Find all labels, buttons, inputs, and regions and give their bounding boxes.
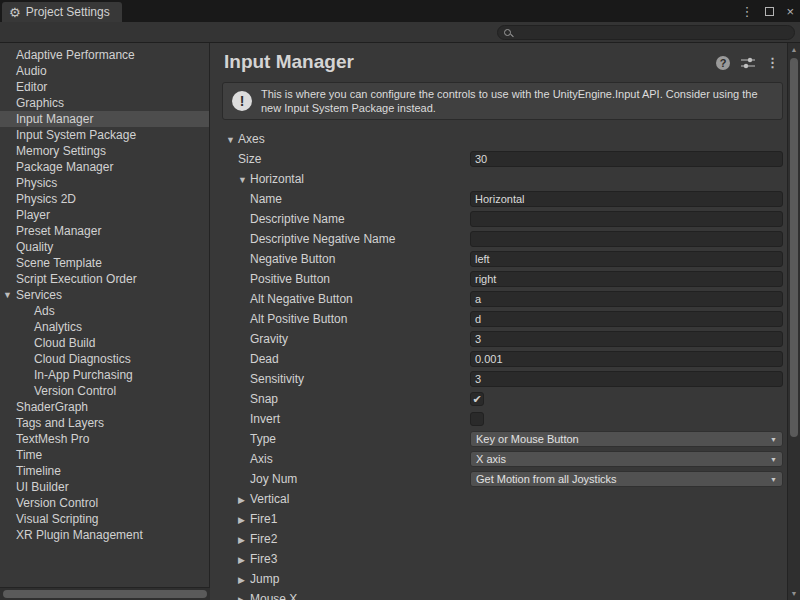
property-label[interactable]: ▼Axes bbox=[210, 132, 470, 146]
horizontal-scrollbar-thumb[interactable] bbox=[3, 590, 207, 598]
text-input-descriptive-name[interactable] bbox=[470, 211, 783, 227]
sidebar-item-in-app-purchasing[interactable]: In-App Purchasing bbox=[0, 367, 209, 383]
dropdown-arrow-icon: ▼ bbox=[770, 436, 777, 443]
property-label: Negative Button bbox=[210, 252, 470, 266]
dropdown-axis[interactable]: X axis▼ bbox=[470, 451, 783, 467]
property-row-vertical: ▶Vertical bbox=[210, 489, 787, 509]
sidebar-item-shadergraph[interactable]: ShaderGraph bbox=[0, 399, 209, 415]
presets-icon[interactable] bbox=[741, 57, 755, 69]
property-label[interactable]: ▶Vertical bbox=[210, 492, 470, 506]
text-input-alt-positive-button[interactable]: d bbox=[470, 311, 783, 327]
foldout-closed-icon[interactable]: ▶ bbox=[238, 495, 250, 505]
text-input-negative-button[interactable]: left bbox=[470, 251, 783, 267]
sidebar-item-editor[interactable]: Editor bbox=[0, 79, 209, 95]
sidebar-item-version-control[interactable]: Version Control bbox=[0, 383, 209, 399]
text-input-sensitivity[interactable]: 3 bbox=[470, 371, 783, 387]
foldout-open-icon[interactable]: ▼ bbox=[3, 287, 12, 303]
help-icon[interactable]: ? bbox=[716, 56, 730, 70]
property-label-text: Fire1 bbox=[250, 512, 277, 526]
property-label[interactable]: ▶Fire3 bbox=[210, 552, 470, 566]
maximize-icon[interactable] bbox=[765, 7, 774, 16]
property-label-text: Fire3 bbox=[250, 552, 277, 566]
sidebar-item-quality[interactable]: Quality bbox=[0, 239, 209, 255]
horizontal-scrollbar[interactable] bbox=[0, 587, 210, 600]
text-input-name[interactable]: Horizontal bbox=[470, 191, 783, 207]
foldout-closed-icon[interactable]: ▶ bbox=[238, 555, 250, 565]
sidebar-item-scene-template[interactable]: Scene Template bbox=[0, 255, 209, 271]
vertical-scrollbar[interactable]: ▲ ▼ bbox=[787, 43, 800, 600]
sidebar-item-audio[interactable]: Audio bbox=[0, 63, 209, 79]
window-menu-icon[interactable]: ⋮ bbox=[740, 5, 753, 18]
text-input-dead[interactable]: 0.001 bbox=[470, 351, 783, 367]
scroll-down-icon[interactable]: ▼ bbox=[788, 590, 800, 597]
more-menu-icon[interactable]: ⋮ bbox=[766, 55, 779, 70]
sidebar-item-script-execution-order[interactable]: Script Execution Order bbox=[0, 271, 209, 287]
foldout-closed-icon[interactable]: ▶ bbox=[238, 575, 250, 585]
property-row-fire1: ▶Fire1 bbox=[210, 509, 787, 529]
sidebar-item-label: Cloud Diagnostics bbox=[34, 352, 131, 366]
header-icons: ? ⋮ bbox=[716, 55, 779, 70]
text-input-alt-negative-button[interactable]: a bbox=[470, 291, 783, 307]
foldout-closed-icon[interactable]: ▶ bbox=[238, 595, 250, 600]
text-input-gravity[interactable]: 3 bbox=[470, 331, 783, 347]
sidebar-item-textmesh-pro[interactable]: TextMesh Pro bbox=[0, 431, 209, 447]
search-input[interactable] bbox=[516, 27, 788, 39]
sidebar-item-analytics[interactable]: Analytics bbox=[0, 319, 209, 335]
close-icon[interactable]: × bbox=[786, 5, 794, 18]
sidebar-item-time[interactable]: Time bbox=[0, 447, 209, 463]
text-input-descriptive-negative-name[interactable] bbox=[470, 231, 783, 247]
sidebar-item-memory-settings[interactable]: Memory Settings bbox=[0, 143, 209, 159]
sidebar-item-cloud-diagnostics[interactable]: Cloud Diagnostics bbox=[0, 351, 209, 367]
sidebar-item-physics[interactable]: Physics bbox=[0, 175, 209, 191]
property-label[interactable]: ▶Jump bbox=[210, 572, 470, 586]
property-label-text: Name bbox=[250, 192, 282, 206]
sidebar-item-label: Tags and Layers bbox=[16, 416, 104, 430]
sidebar-item-visual-scripting[interactable]: Visual Scripting bbox=[0, 511, 209, 527]
property-label[interactable]: ▶Fire1 bbox=[210, 512, 470, 526]
sidebar-item-input-manager[interactable]: Input Manager bbox=[0, 111, 209, 127]
search-box[interactable] bbox=[497, 25, 795, 40]
property-label[interactable]: ▼Horizontal bbox=[210, 172, 470, 186]
sidebar-item-label: Physics bbox=[16, 176, 57, 190]
sidebar-item-xr-plugin-management[interactable]: XR Plugin Management bbox=[0, 527, 209, 543]
checkbox-snap[interactable]: ✔ bbox=[470, 392, 484, 406]
property-label[interactable]: ▶Fire2 bbox=[210, 532, 470, 546]
sidebar-item-label: Script Execution Order bbox=[16, 272, 137, 286]
sidebar-item-player[interactable]: Player bbox=[0, 207, 209, 223]
sidebar-item-physics-2d[interactable]: Physics 2D bbox=[0, 191, 209, 207]
sidebar-item-ui-builder[interactable]: UI Builder bbox=[0, 479, 209, 495]
foldout-open-icon[interactable]: ▼ bbox=[226, 135, 238, 145]
page-title: Input Manager bbox=[210, 43, 787, 77]
sidebar-item-ads[interactable]: Ads bbox=[0, 303, 209, 319]
sidebar-item-adaptive-performance[interactable]: Adaptive Performance bbox=[0, 47, 209, 63]
dropdown-type[interactable]: Key or Mouse Button▼ bbox=[470, 431, 783, 447]
sidebar-item-timeline[interactable]: Timeline bbox=[0, 463, 209, 479]
scroll-up-icon[interactable]: ▲ bbox=[788, 46, 800, 53]
sidebar-item-services[interactable]: ▼Services bbox=[0, 287, 209, 303]
sidebar-item-tags-and-layers[interactable]: Tags and Layers bbox=[0, 415, 209, 431]
dropdown-value: X axis bbox=[476, 453, 506, 465]
property-label[interactable]: ▶Mouse X bbox=[210, 592, 470, 600]
sidebar-item-preset-manager[interactable]: Preset Manager bbox=[0, 223, 209, 239]
dropdown-joy-num[interactable]: Get Motion from all Joysticks▼ bbox=[470, 471, 783, 487]
foldout-closed-icon[interactable]: ▶ bbox=[238, 535, 250, 545]
foldout-open-icon[interactable]: ▼ bbox=[238, 175, 250, 185]
property-row-negative-button: Negative Buttonleft bbox=[210, 249, 787, 269]
checkbox-invert[interactable] bbox=[470, 412, 484, 426]
sidebar-item-cloud-build[interactable]: Cloud Build bbox=[0, 335, 209, 351]
property-field: d bbox=[470, 311, 783, 327]
window-tab-project-settings[interactable]: ⚙ Project Settings bbox=[2, 2, 122, 22]
sidebar-item-graphics[interactable]: Graphics bbox=[0, 95, 209, 111]
sidebar-item-version-control[interactable]: Version Control bbox=[0, 495, 209, 511]
sidebar-item-input-system-package[interactable]: Input System Package bbox=[0, 127, 209, 143]
sidebar-item-label: Cloud Build bbox=[34, 336, 95, 350]
vertical-scrollbar-thumb[interactable] bbox=[790, 58, 798, 437]
property-label-text: Snap bbox=[250, 392, 278, 406]
text-input-size[interactable]: 30 bbox=[470, 151, 783, 167]
property-label-text: Fire2 bbox=[250, 532, 277, 546]
property-field: right bbox=[470, 271, 783, 287]
foldout-closed-icon[interactable]: ▶ bbox=[238, 515, 250, 525]
sidebar-item-label: Player bbox=[16, 208, 50, 222]
sidebar-item-package-manager[interactable]: Package Manager bbox=[0, 159, 209, 175]
text-input-positive-button[interactable]: right bbox=[470, 271, 783, 287]
